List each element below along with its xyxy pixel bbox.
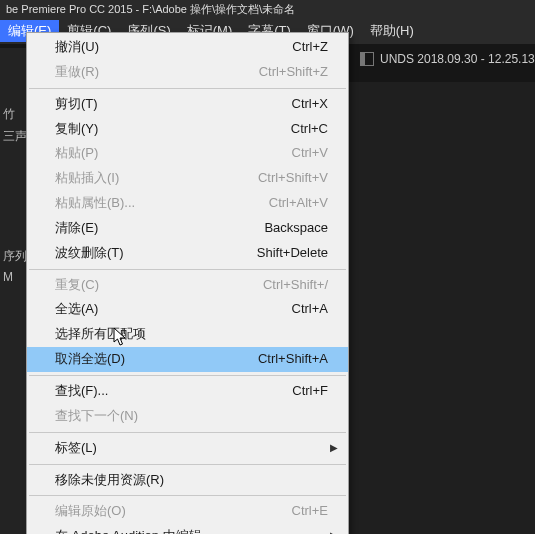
menu-item: 重复(C)Ctrl+Shift+/	[27, 273, 348, 298]
menu-item-label: 查找(F)...	[55, 382, 108, 401]
menu-item-shortcut: Ctrl+Shift+Z	[259, 63, 328, 82]
menu-item-shortcut: Ctrl+Z	[292, 38, 328, 57]
menu-item-label: 标签(L)	[55, 439, 97, 458]
menu-item-shortcut: Ctrl+V	[292, 144, 328, 163]
menu-item-shortcut: Shift+Delete	[257, 244, 328, 263]
menu-item: 编辑原始(O)Ctrl+E	[27, 499, 348, 524]
menu-item-shortcut: Ctrl+Shift+/	[263, 276, 328, 295]
submenu-arrow-icon: ▶	[330, 441, 338, 456]
menu-item-label: 在 Adobe Audition 中编辑	[55, 527, 202, 534]
menu-item-label: 清除(E)	[55, 219, 98, 238]
menu-item-shortcut: Backspace	[264, 219, 328, 238]
menu-item[interactable]: 移除未使用资源(R)	[27, 468, 348, 493]
menu-item-label: 粘贴属性(B)...	[55, 194, 135, 213]
menu-item-label: 编辑原始(O)	[55, 502, 126, 521]
menu-separator	[29, 495, 346, 496]
menu-item[interactable]: 选择所有匹配项	[27, 322, 348, 347]
menu-item[interactable]: 剪切(T)Ctrl+X	[27, 92, 348, 117]
menu-item-shortcut: Ctrl+C	[291, 120, 328, 139]
menu-item-shortcut: Ctrl+Shift+A	[258, 350, 328, 369]
menu-item-label: 取消全选(D)	[55, 350, 125, 369]
menu-separator	[29, 269, 346, 270]
menu-item-label: 粘贴(P)	[55, 144, 98, 163]
menu-separator	[29, 375, 346, 376]
menu-item-label: 重复(C)	[55, 276, 99, 295]
menu-item[interactable]: 在 Adobe Audition 中编辑▶	[27, 524, 348, 534]
breadcrumb-text: UNDS 2018.09.30 - 12.25.13.01	[380, 52, 535, 66]
sliver-text: 序列	[3, 248, 26, 265]
edit-menu-dropdown: 撤消(U)Ctrl+Z重做(R)Ctrl+Shift+Z剪切(T)Ctrl+X复…	[26, 32, 349, 534]
menu-item[interactable]: 查找(F)...Ctrl+F	[27, 379, 348, 404]
menu-item[interactable]: 标签(L)▶	[27, 436, 348, 461]
menu-item[interactable]: 取消全选(D)Ctrl+Shift+A	[27, 347, 348, 372]
menu-item[interactable]: 波纹删除(T)Shift+Delete	[27, 241, 348, 266]
menu-item-shortcut: Ctrl+E	[292, 502, 328, 521]
menu-item-label: 重做(R)	[55, 63, 99, 82]
menu-item-shortcut: Ctrl+Alt+V	[269, 194, 328, 213]
sliver-text: 竹	[3, 106, 15, 123]
menu-item[interactable]: 撤消(U)Ctrl+Z	[27, 35, 348, 60]
menu-item-shortcut: Ctrl+F	[292, 382, 328, 401]
left-panel-sliver: 竹 三声 序列 M	[0, 48, 26, 534]
menu-item-label: 移除未使用资源(R)	[55, 471, 164, 490]
menu-item[interactable]: 复制(Y)Ctrl+C	[27, 117, 348, 142]
menu-item-label: 撤消(U)	[55, 38, 99, 57]
menu-separator	[29, 88, 346, 89]
menu-item: 粘贴(P)Ctrl+V	[27, 141, 348, 166]
menu-item[interactable]: 清除(E)Backspace	[27, 216, 348, 241]
menu-item-label: 波纹删除(T)	[55, 244, 124, 263]
menu-item-label: 剪切(T)	[55, 95, 98, 114]
menu-separator	[29, 432, 346, 433]
menu-item-shortcut: Ctrl+Shift+V	[258, 169, 328, 188]
submenu-arrow-icon: ▶	[330, 529, 338, 534]
sliver-text: 三声	[3, 128, 26, 145]
panel-icon	[360, 52, 374, 66]
menu-item-label: 粘贴插入(I)	[55, 169, 119, 188]
window-titlebar: be Premiere Pro CC 2015 - F:\Adobe 操作\操作…	[0, 0, 535, 18]
menu-item-shortcut: Ctrl+X	[292, 95, 328, 114]
menu-item-label: 选择所有匹配项	[55, 325, 146, 344]
menu-item-label: 查找下一个(N)	[55, 407, 138, 426]
menu-item: 粘贴插入(I)Ctrl+Shift+V	[27, 166, 348, 191]
menu-item[interactable]: 全选(A)Ctrl+A	[27, 297, 348, 322]
menu-item-shortcut: Ctrl+A	[292, 300, 328, 319]
menubar-item[interactable]: 帮助(H)	[362, 20, 422, 42]
menu-item-label: 全选(A)	[55, 300, 98, 319]
sliver-text: M	[3, 270, 13, 284]
breadcrumb: UNDS 2018.09.30 - 12.25.13.01 ≡	[360, 52, 535, 66]
menu-item-label: 复制(Y)	[55, 120, 98, 139]
menu-separator	[29, 464, 346, 465]
menu-item: 查找下一个(N)	[27, 404, 348, 429]
menu-item: 粘贴属性(B)...Ctrl+Alt+V	[27, 191, 348, 216]
menu-item: 重做(R)Ctrl+Shift+Z	[27, 60, 348, 85]
